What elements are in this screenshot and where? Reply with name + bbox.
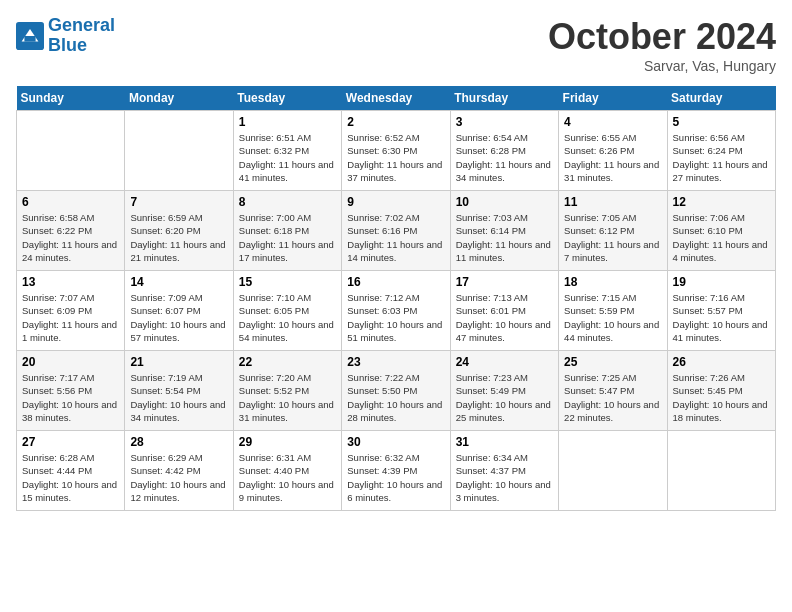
day-number: 5 bbox=[673, 115, 770, 129]
day-info: Sunrise: 7:00 AM Sunset: 6:18 PM Dayligh… bbox=[239, 211, 336, 264]
calendar-cell: 7Sunrise: 6:59 AM Sunset: 6:20 PM Daylig… bbox=[125, 191, 233, 271]
calendar-cell: 23Sunrise: 7:22 AM Sunset: 5:50 PM Dayli… bbox=[342, 351, 450, 431]
calendar-cell: 26Sunrise: 7:26 AM Sunset: 5:45 PM Dayli… bbox=[667, 351, 775, 431]
day-info: Sunrise: 7:16 AM Sunset: 5:57 PM Dayligh… bbox=[673, 291, 770, 344]
day-number: 26 bbox=[673, 355, 770, 369]
calendar-cell: 12Sunrise: 7:06 AM Sunset: 6:10 PM Dayli… bbox=[667, 191, 775, 271]
weekday-header-tuesday: Tuesday bbox=[233, 86, 341, 111]
day-info: Sunrise: 7:07 AM Sunset: 6:09 PM Dayligh… bbox=[22, 291, 119, 344]
calendar-table: SundayMondayTuesdayWednesdayThursdayFrid… bbox=[16, 86, 776, 511]
calendar-cell: 11Sunrise: 7:05 AM Sunset: 6:12 PM Dayli… bbox=[559, 191, 667, 271]
logo: General Blue bbox=[16, 16, 115, 56]
day-info: Sunrise: 6:58 AM Sunset: 6:22 PM Dayligh… bbox=[22, 211, 119, 264]
calendar-cell: 30Sunrise: 6:32 AM Sunset: 4:39 PM Dayli… bbox=[342, 431, 450, 511]
calendar-cell: 4Sunrise: 6:55 AM Sunset: 6:26 PM Daylig… bbox=[559, 111, 667, 191]
day-info: Sunrise: 7:15 AM Sunset: 5:59 PM Dayligh… bbox=[564, 291, 661, 344]
day-number: 7 bbox=[130, 195, 227, 209]
calendar-cell: 10Sunrise: 7:03 AM Sunset: 6:14 PM Dayli… bbox=[450, 191, 558, 271]
calendar-cell: 1Sunrise: 6:51 AM Sunset: 6:32 PM Daylig… bbox=[233, 111, 341, 191]
day-number: 4 bbox=[564, 115, 661, 129]
weekday-header-sunday: Sunday bbox=[17, 86, 125, 111]
day-number: 14 bbox=[130, 275, 227, 289]
calendar-cell: 25Sunrise: 7:25 AM Sunset: 5:47 PM Dayli… bbox=[559, 351, 667, 431]
day-info: Sunrise: 7:02 AM Sunset: 6:16 PM Dayligh… bbox=[347, 211, 444, 264]
day-info: Sunrise: 7:20 AM Sunset: 5:52 PM Dayligh… bbox=[239, 371, 336, 424]
day-info: Sunrise: 7:05 AM Sunset: 6:12 PM Dayligh… bbox=[564, 211, 661, 264]
svg-rect-2 bbox=[24, 36, 35, 42]
day-info: Sunrise: 6:54 AM Sunset: 6:28 PM Dayligh… bbox=[456, 131, 553, 184]
day-number: 18 bbox=[564, 275, 661, 289]
day-info: Sunrise: 7:25 AM Sunset: 5:47 PM Dayligh… bbox=[564, 371, 661, 424]
calendar-cell: 13Sunrise: 7:07 AM Sunset: 6:09 PM Dayli… bbox=[17, 271, 125, 351]
calendar-week-row: 6Sunrise: 6:58 AM Sunset: 6:22 PM Daylig… bbox=[17, 191, 776, 271]
day-number: 21 bbox=[130, 355, 227, 369]
day-number: 22 bbox=[239, 355, 336, 369]
weekday-header-saturday: Saturday bbox=[667, 86, 775, 111]
day-number: 16 bbox=[347, 275, 444, 289]
day-info: Sunrise: 7:19 AM Sunset: 5:54 PM Dayligh… bbox=[130, 371, 227, 424]
calendar-cell: 24Sunrise: 7:23 AM Sunset: 5:49 PM Dayli… bbox=[450, 351, 558, 431]
day-info: Sunrise: 7:13 AM Sunset: 6:01 PM Dayligh… bbox=[456, 291, 553, 344]
calendar-cell bbox=[17, 111, 125, 191]
day-number: 29 bbox=[239, 435, 336, 449]
day-number: 27 bbox=[22, 435, 119, 449]
day-info: Sunrise: 7:26 AM Sunset: 5:45 PM Dayligh… bbox=[673, 371, 770, 424]
calendar-cell: 22Sunrise: 7:20 AM Sunset: 5:52 PM Dayli… bbox=[233, 351, 341, 431]
weekday-header-friday: Friday bbox=[559, 86, 667, 111]
day-info: Sunrise: 7:17 AM Sunset: 5:56 PM Dayligh… bbox=[22, 371, 119, 424]
weekday-header-wednesday: Wednesday bbox=[342, 86, 450, 111]
calendar-cell: 9Sunrise: 7:02 AM Sunset: 6:16 PM Daylig… bbox=[342, 191, 450, 271]
day-number: 31 bbox=[456, 435, 553, 449]
day-info: Sunrise: 6:59 AM Sunset: 6:20 PM Dayligh… bbox=[130, 211, 227, 264]
day-number: 13 bbox=[22, 275, 119, 289]
day-info: Sunrise: 6:29 AM Sunset: 4:42 PM Dayligh… bbox=[130, 451, 227, 504]
day-info: Sunrise: 7:09 AM Sunset: 6:07 PM Dayligh… bbox=[130, 291, 227, 344]
day-number: 19 bbox=[673, 275, 770, 289]
calendar-week-row: 13Sunrise: 7:07 AM Sunset: 6:09 PM Dayli… bbox=[17, 271, 776, 351]
day-number: 8 bbox=[239, 195, 336, 209]
weekday-header-monday: Monday bbox=[125, 86, 233, 111]
day-number: 1 bbox=[239, 115, 336, 129]
day-info: Sunrise: 6:56 AM Sunset: 6:24 PM Dayligh… bbox=[673, 131, 770, 184]
calendar-cell: 14Sunrise: 7:09 AM Sunset: 6:07 PM Dayli… bbox=[125, 271, 233, 351]
day-number: 20 bbox=[22, 355, 119, 369]
calendar-cell: 27Sunrise: 6:28 AM Sunset: 4:44 PM Dayli… bbox=[17, 431, 125, 511]
calendar-week-row: 27Sunrise: 6:28 AM Sunset: 4:44 PM Dayli… bbox=[17, 431, 776, 511]
calendar-cell: 20Sunrise: 7:17 AM Sunset: 5:56 PM Dayli… bbox=[17, 351, 125, 431]
day-info: Sunrise: 7:23 AM Sunset: 5:49 PM Dayligh… bbox=[456, 371, 553, 424]
logo-line1: General bbox=[48, 15, 115, 35]
calendar-cell: 29Sunrise: 6:31 AM Sunset: 4:40 PM Dayli… bbox=[233, 431, 341, 511]
day-info: Sunrise: 6:34 AM Sunset: 4:37 PM Dayligh… bbox=[456, 451, 553, 504]
calendar-cell: 5Sunrise: 6:56 AM Sunset: 6:24 PM Daylig… bbox=[667, 111, 775, 191]
calendar-cell: 8Sunrise: 7:00 AM Sunset: 6:18 PM Daylig… bbox=[233, 191, 341, 271]
calendar-cell: 21Sunrise: 7:19 AM Sunset: 5:54 PM Dayli… bbox=[125, 351, 233, 431]
day-info: Sunrise: 7:06 AM Sunset: 6:10 PM Dayligh… bbox=[673, 211, 770, 264]
day-number: 17 bbox=[456, 275, 553, 289]
day-number: 3 bbox=[456, 115, 553, 129]
calendar-cell: 17Sunrise: 7:13 AM Sunset: 6:01 PM Dayli… bbox=[450, 271, 558, 351]
day-number: 9 bbox=[347, 195, 444, 209]
day-info: Sunrise: 6:52 AM Sunset: 6:30 PM Dayligh… bbox=[347, 131, 444, 184]
logo-icon bbox=[16, 22, 44, 50]
weekday-header-thursday: Thursday bbox=[450, 86, 558, 111]
calendar-cell: 19Sunrise: 7:16 AM Sunset: 5:57 PM Dayli… bbox=[667, 271, 775, 351]
day-number: 15 bbox=[239, 275, 336, 289]
location-subtitle: Sarvar, Vas, Hungary bbox=[548, 58, 776, 74]
day-info: Sunrise: 6:28 AM Sunset: 4:44 PM Dayligh… bbox=[22, 451, 119, 504]
calendar-cell: 31Sunrise: 6:34 AM Sunset: 4:37 PM Dayli… bbox=[450, 431, 558, 511]
logo-line2: Blue bbox=[48, 35, 87, 55]
day-number: 25 bbox=[564, 355, 661, 369]
calendar-cell: 3Sunrise: 6:54 AM Sunset: 6:28 PM Daylig… bbox=[450, 111, 558, 191]
day-number: 24 bbox=[456, 355, 553, 369]
calendar-cell: 28Sunrise: 6:29 AM Sunset: 4:42 PM Dayli… bbox=[125, 431, 233, 511]
day-number: 6 bbox=[22, 195, 119, 209]
day-info: Sunrise: 7:12 AM Sunset: 6:03 PM Dayligh… bbox=[347, 291, 444, 344]
title-block: October 2024 Sarvar, Vas, Hungary bbox=[548, 16, 776, 74]
day-number: 23 bbox=[347, 355, 444, 369]
day-info: Sunrise: 6:51 AM Sunset: 6:32 PM Dayligh… bbox=[239, 131, 336, 184]
calendar-cell: 18Sunrise: 7:15 AM Sunset: 5:59 PM Dayli… bbox=[559, 271, 667, 351]
day-number: 28 bbox=[130, 435, 227, 449]
calendar-week-row: 1Sunrise: 6:51 AM Sunset: 6:32 PM Daylig… bbox=[17, 111, 776, 191]
calendar-week-row: 20Sunrise: 7:17 AM Sunset: 5:56 PM Dayli… bbox=[17, 351, 776, 431]
day-info: Sunrise: 6:55 AM Sunset: 6:26 PM Dayligh… bbox=[564, 131, 661, 184]
